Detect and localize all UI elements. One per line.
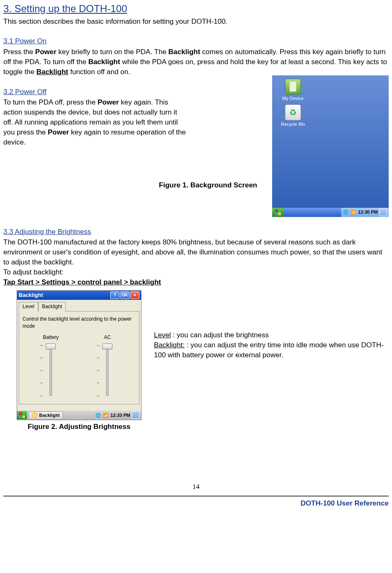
figure-1-caption: Figure 1. Background Screen: [3, 180, 264, 190]
tabstrip: Level Backlight: [19, 301, 139, 311]
subheading-3-1: 3.1 Power On: [3, 36, 389, 46]
footer-rule: [3, 495, 389, 497]
desktop-icon-recycle-bin[interactable]: Recycle Bin: [276, 105, 310, 127]
tray-clock[interactable]: 12:33 PM: [110, 412, 130, 419]
annotation-backlight-text: : you can adjust the entry time into idl…: [154, 341, 384, 359]
tray-network-icon[interactable]: 📶: [350, 209, 356, 215]
text: key briefly to turn on the PDA. The: [57, 48, 169, 56]
figure-2-dialog: Backlight ? OK × Level Backlight Control…: [17, 290, 141, 432]
tab-backlight[interactable]: Backlight: [38, 302, 66, 311]
system-tray: 🌐 📶 12:30 PM: [341, 208, 389, 217]
ac-slider[interactable]: [101, 344, 114, 398]
tray-globe-icon[interactable]: 🌐: [343, 209, 349, 215]
tray-globe-icon[interactable]: 🌐: [95, 412, 101, 419]
help-button[interactable]: ?: [110, 291, 119, 299]
figure-2-caption: Figure 2. Adjusting Brightness: [17, 422, 141, 432]
taskbar-item-label: Backlight: [39, 412, 60, 419]
backlight-term: Backlight: [169, 48, 201, 56]
battery-label: Battery: [34, 334, 67, 341]
start-button[interactable]: [17, 411, 27, 419]
text: To turn the PDA off, press the: [3, 98, 97, 106]
tray-desktop-icon[interactable]: [380, 209, 387, 216]
intro-text: This section describes the basic informa…: [3, 17, 389, 27]
battery-slider[interactable]: [45, 344, 57, 398]
figure-1-desktop: My Device Recycle Bin 🌐 📶 12:30 PM: [272, 75, 389, 217]
desktop-icon-my-device[interactable]: My Device: [276, 79, 310, 102]
page-footer: 14 DOTH-100 User Reference: [3, 482, 389, 508]
battery-slider-thumb[interactable]: [46, 344, 56, 349]
tray-clock[interactable]: 12:30 PM: [358, 209, 378, 215]
tab-level[interactable]: Level: [19, 302, 38, 311]
annotation-block: Level : you can adjust the brightness Ba…: [154, 330, 389, 360]
annotation-level-label: Level: [154, 331, 171, 339]
power-key: Power: [35, 48, 57, 56]
p-3-1: Press the Power key briefly to turn on t…: [3, 47, 389, 77]
close-button[interactable]: ×: [130, 291, 139, 299]
ac-label: AC: [91, 334, 124, 341]
footer-reference: DOTH-100 User Reference: [3, 498, 389, 508]
section-title: 3. Setting up the DOTH-100: [3, 2, 389, 16]
panel-description: Control the backlight level according to…: [22, 316, 136, 330]
p-3-2: To turn the PDA off, press the Power key…: [3, 97, 186, 147]
power-key: Power: [48, 128, 69, 136]
dialog-taskbar: Backlight 🌐 📶 12:33 PM: [17, 411, 141, 420]
tray-desktop-icon[interactable]: [132, 411, 139, 419]
windows-flag-icon: [275, 209, 281, 215]
recycle-bin-label: Recycle Bin: [276, 121, 310, 127]
start-button[interactable]: [272, 208, 284, 217]
to-adjust: To adjust backlight:: [3, 267, 389, 277]
subheading-3-3: 3.3 Adjusting the Brightness: [3, 227, 389, 237]
dialog-title: Backlight: [19, 291, 43, 299]
ok-button[interactable]: OK: [120, 291, 129, 299]
text: function off and on.: [68, 68, 130, 76]
backlight-task-icon: [32, 412, 37, 418]
my-device-label: My Device: [276, 95, 310, 102]
tray-network-icon[interactable]: 📶: [103, 412, 109, 419]
my-device-icon: [285, 79, 301, 95]
backlight-term: Backlight: [36, 68, 68, 76]
dialog-titlebar: Backlight ? OK ×: [17, 291, 141, 300]
backlight-term: Backlight: [88, 58, 120, 66]
subheading-3-2: 3.2 Power Off: [3, 87, 264, 97]
tab-panel: Control the backlight level according to…: [19, 311, 139, 404]
annotation-level-text: : you can adjust the brightness: [171, 331, 269, 339]
text: Press the: [3, 48, 35, 56]
ac-slider-thumb[interactable]: [102, 344, 112, 349]
page-number: 14: [3, 482, 389, 492]
power-key: Power: [97, 98, 119, 106]
recycle-bin-icon: [285, 105, 301, 120]
taskbar-item-backlight[interactable]: Backlight: [29, 411, 63, 419]
windows-flag-icon: [19, 412, 25, 418]
annotation-backlight-label: Backlight:: [154, 341, 185, 349]
nav-path: Tap Start > Settings > control panel > b…: [3, 277, 389, 287]
p-3-3: The DOTH-100 manufactured at the factory…: [3, 237, 389, 267]
taskbar: 🌐 📶 12:30 PM: [272, 208, 389, 217]
